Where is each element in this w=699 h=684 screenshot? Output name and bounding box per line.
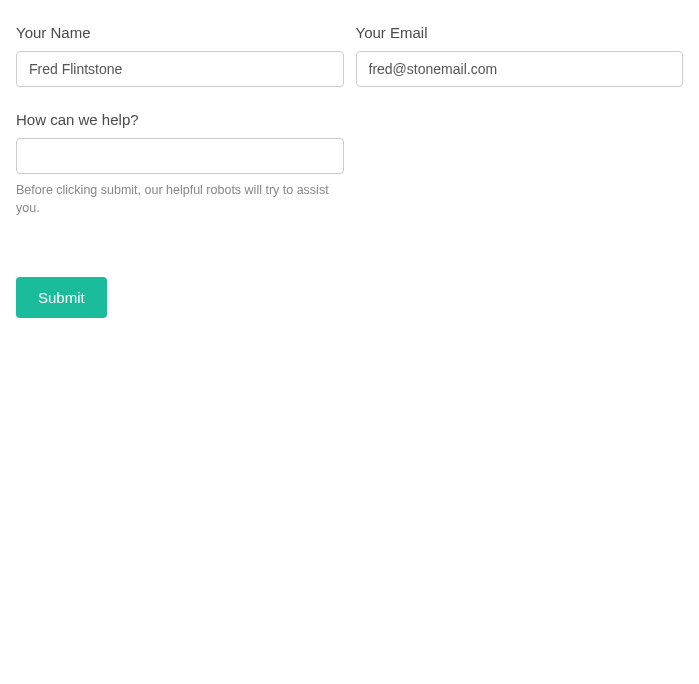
help-input[interactable] (16, 138, 344, 174)
email-label: Your Email (356, 24, 684, 41)
help-hint: Before clicking submit, our helpful robo… (16, 182, 344, 217)
form-row-help: How can we help? Before clicking submit,… (16, 111, 683, 217)
submit-button[interactable]: Submit (16, 277, 107, 318)
help-label: How can we help? (16, 111, 344, 128)
help-group: How can we help? Before clicking submit,… (16, 111, 344, 217)
name-label: Your Name (16, 24, 344, 41)
name-input[interactable] (16, 51, 344, 87)
email-input[interactable] (356, 51, 684, 87)
name-group: Your Name (16, 24, 344, 87)
form-row-top: Your Name Your Email (16, 24, 683, 87)
contact-form: Your Name Your Email How can we help? Be… (16, 24, 683, 318)
email-group: Your Email (356, 24, 684, 87)
